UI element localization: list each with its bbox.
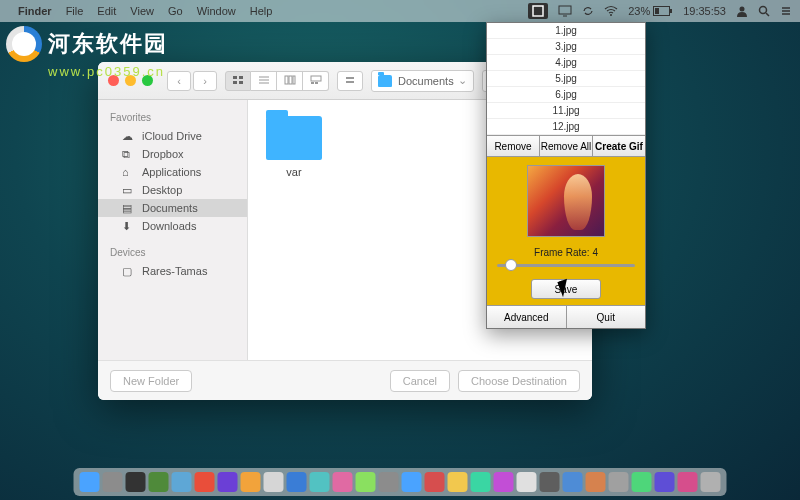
quit-button[interactable]: Quit: [567, 306, 646, 328]
list-item[interactable]: 11.jpg: [487, 103, 645, 119]
menu-help[interactable]: Help: [250, 5, 273, 17]
list-item[interactable]: 6.jpg: [487, 87, 645, 103]
svg-rect-27: [346, 81, 354, 83]
spotlight-icon[interactable]: [758, 5, 770, 17]
file-list[interactable]: 1.jpg 3.jpg 4.jpg 5.jpg 6.jpg 11.jpg 12.…: [487, 23, 645, 135]
battery-percent: 23%: [628, 5, 650, 17]
battery-status[interactable]: 23%: [628, 5, 673, 17]
svg-rect-0: [533, 6, 543, 16]
dock-app-4[interactable]: [172, 472, 192, 492]
sidebar-item-desktop[interactable]: ▭Desktop: [98, 181, 247, 199]
sidebar-item-documents[interactable]: ▤Documents: [98, 199, 247, 217]
forward-button[interactable]: ›: [193, 71, 217, 91]
dock: [74, 468, 727, 496]
dock-app-13[interactable]: [379, 472, 399, 492]
svg-rect-15: [233, 81, 237, 84]
dock-app-25[interactable]: [655, 472, 675, 492]
cancel-button[interactable]: Cancel: [390, 370, 450, 392]
svg-rect-26: [346, 77, 354, 79]
dock-app-20[interactable]: [540, 472, 560, 492]
dock-app-14[interactable]: [402, 472, 422, 492]
list-item[interactable]: 5.jpg: [487, 71, 645, 87]
dock-app-3[interactable]: [149, 472, 169, 492]
dock-app-1[interactable]: [103, 472, 123, 492]
dock-app-23[interactable]: [609, 472, 629, 492]
nav-buttons: ‹ ›: [167, 71, 217, 91]
new-folder-button[interactable]: New Folder: [110, 370, 192, 392]
frame-rate-slider[interactable]: [487, 264, 645, 273]
dock-app-6[interactable]: [218, 472, 238, 492]
advanced-button[interactable]: Advanced: [487, 306, 567, 328]
menu-go[interactable]: Go: [168, 5, 183, 17]
svg-rect-5: [670, 9, 672, 13]
choose-destination-button[interactable]: Choose Destination: [458, 370, 580, 392]
dock-app-5[interactable]: [195, 472, 215, 492]
notification-icon[interactable]: [780, 5, 792, 17]
desktop-icon: ▭: [122, 184, 136, 196]
dock-app-11[interactable]: [333, 472, 353, 492]
dock-app-0[interactable]: [80, 472, 100, 492]
path-bar[interactable]: Documents ⌄: [371, 70, 474, 92]
dock-app-17[interactable]: [471, 472, 491, 492]
dock-app-9[interactable]: [287, 472, 307, 492]
sidebar-item-applications[interactable]: ⌂Applications: [98, 163, 247, 181]
slider-thumb[interactable]: [505, 259, 517, 271]
folder-icon: [378, 75, 392, 87]
view-segmented: [225, 71, 329, 91]
dock-app-2[interactable]: [126, 472, 146, 492]
dock-app-10[interactable]: [310, 472, 330, 492]
dock-app-26[interactable]: [678, 472, 698, 492]
favorites-header: Favorites: [98, 108, 247, 127]
folder-item[interactable]: var: [264, 116, 324, 178]
dock-app-22[interactable]: [586, 472, 606, 492]
back-button[interactable]: ‹: [167, 71, 191, 91]
dock-app-18[interactable]: [494, 472, 514, 492]
preview-area: [487, 157, 645, 245]
list-item[interactable]: 3.jpg: [487, 39, 645, 55]
display-icon[interactable]: [558, 5, 572, 17]
view-list[interactable]: [251, 71, 277, 91]
svg-rect-20: [285, 76, 288, 84]
dock-app-19[interactable]: [517, 472, 537, 492]
menu-view[interactable]: View: [130, 5, 154, 17]
dock-app-7[interactable]: [241, 472, 261, 492]
sidebar: Favorites ☁iCloud Drive ⧉Dropbox ⌂Applic…: [98, 100, 248, 360]
dock-app-24[interactable]: [632, 472, 652, 492]
view-gallery[interactable]: [303, 71, 329, 91]
dock-app-16[interactable]: [448, 472, 468, 492]
view-icons[interactable]: [225, 71, 251, 91]
menubar-extra-icon[interactable]: [528, 3, 548, 19]
clock[interactable]: 19:35:53: [683, 5, 726, 17]
dock-app-12[interactable]: [356, 472, 376, 492]
sidebar-item-downloads[interactable]: ⬇Downloads: [98, 217, 247, 235]
svg-rect-25: [315, 82, 318, 84]
group-button[interactable]: [337, 71, 363, 91]
app-name[interactable]: Finder: [18, 5, 52, 17]
dock-app-8[interactable]: [264, 472, 284, 492]
dock-app-21[interactable]: [563, 472, 583, 492]
list-item[interactable]: 1.jpg: [487, 23, 645, 39]
remove-button[interactable]: Remove: [487, 136, 540, 156]
svg-rect-21: [289, 76, 292, 84]
dock-app-27[interactable]: [701, 472, 721, 492]
sidebar-item-icloud[interactable]: ☁iCloud Drive: [98, 127, 247, 145]
create-gif-button[interactable]: Create Gif: [593, 136, 645, 156]
path-dropdown-icon: ⌄: [458, 74, 467, 87]
dropbox-icon: ⧉: [122, 148, 136, 160]
wifi-icon[interactable]: [604, 5, 618, 17]
file-buttons-row: Remove Remove All Create Gif: [487, 135, 645, 157]
sidebar-item-dropbox[interactable]: ⧉Dropbox: [98, 145, 247, 163]
dock-app-15[interactable]: [425, 472, 445, 492]
user-icon[interactable]: [736, 5, 748, 17]
documents-icon: ▤: [122, 202, 136, 214]
remove-all-button[interactable]: Remove All: [540, 136, 593, 156]
list-item[interactable]: 4.jpg: [487, 55, 645, 71]
menu-edit[interactable]: Edit: [97, 5, 116, 17]
view-columns[interactable]: [277, 71, 303, 91]
menu-file[interactable]: File: [66, 5, 84, 17]
menu-window[interactable]: Window: [197, 5, 236, 17]
sync-icon[interactable]: [582, 5, 594, 17]
sidebar-item-device[interactable]: ▢Rares-Tamas: [98, 262, 247, 280]
bottom-buttons-row: Advanced Quit: [487, 305, 645, 328]
list-item[interactable]: 12.jpg: [487, 119, 645, 135]
